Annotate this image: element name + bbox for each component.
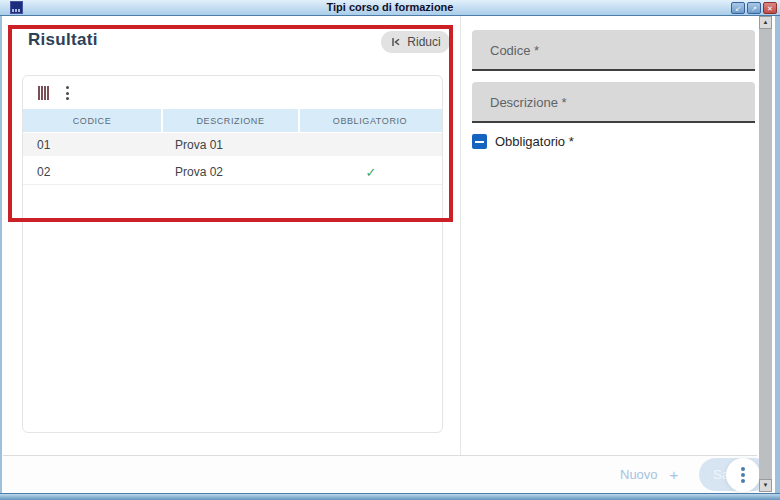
obbligatorio-checkbox[interactable] [472,134,487,149]
table-menu-icon[interactable] [66,86,70,100]
app-icon [10,1,23,14]
window-title: Tipi corso di formazione [0,1,780,13]
collapse-left-icon [390,36,402,48]
cell-codice: 01 [23,138,163,152]
table-row[interactable]: 01 Prova 01 [23,133,442,158]
close-icon[interactable]: ✕ [763,2,777,14]
titlebar: Tipi corso di formazione ↙ ↗ ✕ [0,0,780,16]
column-header-descrizione[interactable]: DESCRIZIONE [163,109,300,132]
scroll-up-icon[interactable]: ▲ [759,16,772,29]
cell-codice: 02 [23,165,163,179]
results-table-card: CODICE DESCRIZIONE OBBLIGATORIO 01 Prova… [22,75,443,433]
column-header-codice[interactable]: CODICE [23,109,163,132]
actions-menu-icon[interactable] [726,458,760,492]
collapse-panel-button[interactable]: Riduci [381,31,450,53]
table-header-row: CODICE DESCRIZIONE OBBLIGATORIO [23,109,442,132]
scroll-down-icon[interactable]: ▼ [759,479,772,492]
codice-field[interactable]: Codice * [472,30,755,71]
window-border-left [0,16,2,493]
window-border-right [775,16,780,493]
restore-down-icon[interactable]: ↙ [731,2,745,14]
app-window: Tipi corso di formazione ↙ ↗ ✕ Risultati… [0,0,780,500]
check-icon: ✓ [300,165,442,180]
nuovo-button[interactable]: Nuovo + [620,461,678,487]
descrizione-field-label: Descrizione * [490,95,567,110]
window-border-bottom [0,493,780,500]
plus-icon: + [670,466,679,483]
panel-divider [460,16,461,455]
page-title: Risultati [28,30,98,50]
cell-descrizione: Prova 01 [163,138,300,152]
descrizione-field[interactable]: Descrizione * [472,82,755,123]
vertical-scrollbar[interactable]: ▲ ▼ [759,16,772,492]
column-chooser-icon[interactable] [38,86,51,100]
cell-descrizione: Prova 02 [163,165,300,179]
obbligatorio-checkbox-row: Obbligatorio * [472,134,574,149]
nuovo-button-label: Nuovo [620,467,658,482]
window-controls: ↙ ↗ ✕ [731,2,777,14]
obbligatorio-label: Obbligatorio * [495,134,574,149]
codice-field-label: Codice * [490,43,539,58]
column-header-obbligatorio[interactable]: OBBLIGATORIO [300,109,440,132]
maximize-icon[interactable]: ↗ [747,2,761,14]
collapse-button-label: Riduci [407,35,440,49]
table-row[interactable]: 02 Prova 02 ✓ [23,160,442,185]
